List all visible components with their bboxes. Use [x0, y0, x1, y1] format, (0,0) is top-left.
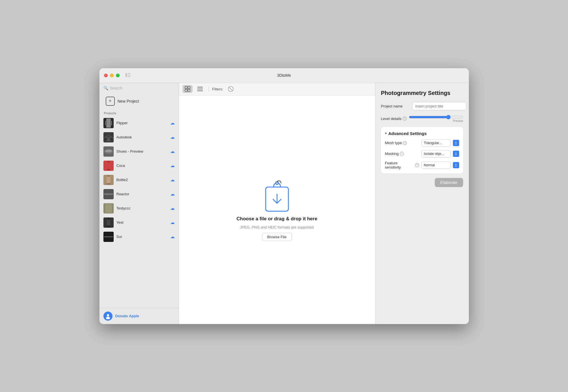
- advanced-settings-title: Advanced Settings: [388, 131, 427, 136]
- list-item[interactable]: Flipper ☁: [99, 116, 179, 130]
- upload-icon[interactable]: ☁: [170, 134, 175, 140]
- upload-icon[interactable]: ☁: [170, 220, 175, 225]
- sidebar-toggle-icon[interactable]: [125, 72, 130, 78]
- drop-subtitle: JPEG, PNG and HEIC formats are supported: [240, 225, 314, 229]
- toolbar-separator: [209, 86, 209, 92]
- list-item[interactable]: Autodesk ☁: [99, 130, 179, 144]
- project-thumbnail: [103, 203, 114, 213]
- level-details-label: Level details ?: [381, 117, 407, 121]
- upload-icon[interactable]: ☁: [170, 177, 175, 182]
- project-name-input[interactable]: [412, 102, 466, 110]
- chevron-down-icon: ▼: [455, 154, 457, 156]
- project-thumbnail: [103, 189, 114, 199]
- slider-labels: Preview: [409, 119, 463, 123]
- chevron-up-icon: ▲: [455, 152, 457, 154]
- feature-sensitivity-help-icon[interactable]: ?: [415, 163, 419, 167]
- mesh-type-stepper[interactable]: ▲ ▼: [453, 140, 459, 146]
- close-button[interactable]: [104, 74, 108, 77]
- svg-rect-29: [185, 89, 187, 92]
- advanced-settings-section: ▾ Advanced Settings Mesh type ? Triangul…: [381, 127, 463, 173]
- svg-rect-4: [106, 119, 111, 128]
- feature-sensitivity-select-wrap: Normal: [421, 161, 451, 169]
- upload-icon[interactable]: ☁: [170, 163, 175, 168]
- project-name: Bottle2: [116, 178, 167, 182]
- svg-rect-21: [107, 218, 110, 219]
- list-item[interactable]: Shoes - Preview ☁: [99, 144, 179, 159]
- projects-section-label: Projects: [99, 109, 179, 116]
- settings-title: Photogrammetry Settings: [381, 90, 463, 96]
- svg-rect-2: [128, 74, 130, 75]
- mesh-type-help-icon[interactable]: ?: [403, 141, 407, 145]
- feature-sensitivity-select[interactable]: Normal: [421, 161, 451, 169]
- grid-view-button[interactable]: [182, 85, 193, 93]
- svg-rect-0: [125, 73, 127, 77]
- level-details-section: Level details ? Preview: [381, 115, 463, 123]
- svg-rect-3: [128, 76, 130, 77]
- list-item[interactable]: Yest ☁: [99, 215, 179, 230]
- upload-icon[interactable]: ☁: [170, 120, 175, 126]
- mesh-type-label: Mesh type ?: [385, 141, 419, 145]
- chevron-down-icon: ▼: [455, 143, 457, 145]
- svg-rect-6: [110, 121, 112, 125]
- svg-point-10: [110, 138, 113, 140]
- drop-title: Choose a file or drag & drop it here: [236, 216, 317, 222]
- project-name-field: Project name: [381, 102, 463, 110]
- upload-icon[interactable]: ☁: [170, 234, 175, 239]
- masking-row: Masking ? Isolate obje... ▲ ▼: [385, 150, 459, 157]
- project-thumbnail: [103, 217, 114, 228]
- svg-line-35: [229, 87, 233, 91]
- user-name: Donato Apple: [115, 314, 139, 318]
- list-item[interactable]: Coca ☁: [99, 159, 179, 173]
- list-item[interactable]: Reactor ☁: [99, 187, 179, 201]
- project-thumbnail: [103, 146, 114, 157]
- chevron-up-icon: ▲: [455, 141, 457, 143]
- level-slider[interactable]: [409, 115, 463, 119]
- masking-select[interactable]: Isolate obje...: [421, 150, 451, 157]
- toolbar: Filters:: [179, 83, 375, 96]
- search-input[interactable]: [110, 86, 175, 90]
- project-name: Autodesk: [116, 135, 167, 139]
- project-name: Testyccc: [116, 206, 167, 210]
- drop-icon: [263, 179, 291, 213]
- project-thumbnail: [103, 232, 114, 242]
- masking-help-icon[interactable]: ?: [400, 152, 404, 156]
- mesh-type-select[interactable]: Triangular...: [421, 139, 451, 147]
- upload-icon[interactable]: ☁: [170, 149, 175, 154]
- list-view-button[interactable]: [195, 86, 205, 92]
- upload-icon[interactable]: ☁: [170, 206, 175, 211]
- list-item[interactable]: Sur ☁: [99, 230, 179, 244]
- minimize-button[interactable]: [110, 74, 114, 77]
- svg-rect-23: [107, 226, 111, 227]
- list-item[interactable]: Bottle2 ☁: [99, 173, 179, 187]
- advanced-settings-toggle[interactable]: ▾ Advanced Settings: [385, 131, 459, 136]
- filter-icon[interactable]: [226, 85, 236, 93]
- browse-file-button[interactable]: Browse File: [262, 233, 292, 241]
- masking-stepper[interactable]: ▲ ▼: [453, 151, 459, 157]
- drop-zone[interactable]: Choose a file or drag & drop it here JPE…: [179, 96, 375, 324]
- project-thumbnail: [103, 161, 114, 171]
- app-title: 3DtoMe: [277, 73, 291, 78]
- masking-select-wrap: Isolate obje...: [421, 150, 451, 157]
- project-thumbnail: [103, 175, 114, 185]
- settings-panel: Photogrammetry Settings Project name Lev…: [375, 83, 469, 324]
- svg-rect-33: [197, 90, 203, 91]
- svg-rect-27: [185, 86, 187, 89]
- svg-point-25: [107, 314, 109, 316]
- new-project-icon: +: [106, 97, 115, 106]
- level-row: Level details ? Preview: [381, 115, 463, 123]
- fullscreen-button[interactable]: [116, 74, 120, 77]
- svg-rect-18: [106, 183, 111, 184]
- elaborate-button[interactable]: Elaborate: [435, 178, 463, 187]
- feature-sensitivity-stepper[interactable]: ▲ ▼: [453, 162, 459, 168]
- masking-label: Masking ?: [385, 152, 419, 156]
- new-project-button[interactable]: + New Project: [102, 94, 176, 108]
- chevron-up-icon: ▲: [455, 163, 457, 165]
- level-help-icon[interactable]: ?: [403, 117, 407, 121]
- list-item[interactable]: Testyccc ☁: [99, 201, 179, 215]
- svg-rect-14: [107, 162, 110, 169]
- avatar: [103, 312, 113, 321]
- svg-rect-15: [107, 169, 110, 170]
- mesh-type-row: Mesh type ? Triangular... ▲ ▼: [385, 139, 459, 147]
- feature-sensitivity-label: Feature sensitivity ?: [385, 161, 419, 169]
- upload-icon[interactable]: ☁: [170, 191, 175, 197]
